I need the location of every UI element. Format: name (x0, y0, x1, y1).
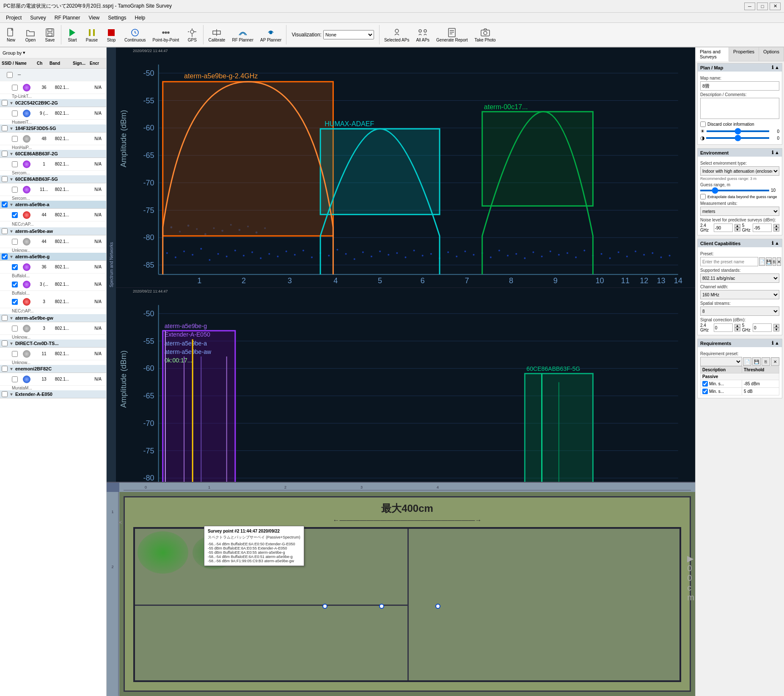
network-group[interactable]: ▼ 0C2C542C2B9C-2G (0, 99, 106, 107)
rf-planner-button[interactable]: RF Planner (229, 24, 256, 46)
point-by-point-button[interactable]: Point-by-Point (150, 24, 182, 46)
network-checkbox[interactable] (12, 299, 18, 305)
menu-item-help[interactable]: Help (131, 14, 150, 22)
measurement-select[interactable]: meters (700, 207, 779, 216)
continuous-button[interactable]: Continuous (121, 24, 149, 46)
list-item[interactable]: 13 802.1... N/A (0, 373, 106, 386)
network-group[interactable]: ▼ aterm-a5e9be-a (0, 201, 106, 209)
req-preset-select[interactable] (700, 357, 742, 366)
channel-width-select[interactable]: 160 MHz (700, 290, 779, 299)
group-checkbox[interactable] (2, 315, 8, 321)
sc-5-up[interactable]: ▲ (773, 324, 779, 328)
network-checkbox[interactable] (12, 85, 18, 91)
save-button[interactable]: Save (41, 24, 59, 46)
stop-button[interactable]: Stop (102, 24, 121, 46)
info-icon[interactable]: ℹ (772, 65, 773, 70)
list-item[interactable]: ─ (0, 69, 106, 81)
maximize-button[interactable]: □ (757, 3, 768, 10)
preset-copy-button[interactable]: ⎘ (773, 257, 776, 266)
list-item[interactable]: 3 802.1... N/A (0, 322, 106, 335)
list-item[interactable]: 44 802.1... N/A (0, 209, 106, 221)
map-content[interactable]: 最大400cm ←————————————————————→ (119, 492, 695, 696)
sc-24-input[interactable] (714, 323, 733, 332)
list-item[interactable]: 48 802.1... N/A (0, 133, 106, 145)
take-photo-button[interactable]: Take Photo (472, 24, 499, 46)
list-item[interactable]: 11 802.1... N/A (0, 348, 106, 360)
network-checkbox[interactable] (12, 351, 18, 357)
tab-properties[interactable]: Properties (729, 47, 759, 61)
network-checkbox[interactable] (12, 264, 18, 270)
sc-5-down[interactable]: ▼ (773, 328, 779, 331)
preset-save-button[interactable]: 💾 (766, 257, 772, 266)
req-file-button[interactable]: 📄 (743, 357, 751, 366)
spatial-streams-select[interactable]: 8 (700, 307, 779, 316)
req-delete-button[interactable]: ✕ (771, 357, 779, 366)
list-item[interactable]: 44 802.1... N/A (0, 235, 106, 248)
survey-point[interactable] (379, 604, 384, 609)
req-save-button[interactable]: 💾 (752, 357, 761, 366)
visualization-select[interactable]: None (323, 30, 374, 39)
env-type-select[interactable]: Indoor with high attenuation (enclosed o… (700, 166, 779, 176)
list-item[interactable]: 36 802.1... N/A (0, 261, 106, 273)
noise-5-up[interactable]: ▲ (773, 224, 779, 228)
guess-range-slider[interactable] (700, 190, 769, 191)
info-icon-2[interactable]: ℹ (772, 150, 773, 155)
list-item[interactable]: 3 (... 802.1... N/A (0, 278, 106, 291)
menu-item-project[interactable]: Project (2, 14, 26, 22)
calibrate-button[interactable]: Calibrate (205, 24, 228, 46)
map-panel[interactable]: 0 1 2 3 4 1 2 最大400cm (107, 482, 695, 696)
network-group[interactable]: ▼ 60CE86ABB63F-2G (0, 150, 106, 158)
network-group[interactable]: ▼ DIRECT-Cm0D-TS... (0, 340, 106, 348)
extrapolate-checkbox[interactable] (700, 194, 706, 199)
network-checkbox[interactable] (12, 326, 18, 331)
network-group[interactable]: ▼ 184F325F3DD5-5G (0, 124, 106, 133)
network-group[interactable]: ▼ enemoni2BF82C (0, 365, 106, 373)
preset-file-button[interactable]: 📄 (759, 257, 765, 266)
group-checkbox[interactable] (2, 391, 8, 397)
network-checkbox[interactable] (12, 136, 18, 142)
close-button[interactable]: ✕ (118, 519, 123, 526)
tab-options[interactable]: Options (759, 47, 784, 61)
network-checkbox[interactable] (12, 161, 18, 167)
group-checkbox[interactable] (2, 254, 8, 260)
start-button[interactable]: Start (63, 24, 82, 46)
sc-24-up[interactable]: ▲ (734, 324, 740, 328)
list-item[interactable]: 36 802.1... N/A (0, 81, 106, 94)
noise-5-input[interactable] (753, 224, 772, 232)
noise-24-up[interactable]: ▲ (734, 224, 740, 228)
spectrum-chart-top[interactable]: 2020/09/22 11:44:47 -50 -55 - (116, 47, 695, 288)
open-button[interactable]: Open (21, 24, 40, 46)
supported-standards-select[interactable]: 802.11 a/b/g/n/ac (700, 273, 779, 283)
selected-aps-button[interactable]: Selected APs (381, 24, 412, 46)
network-checkbox[interactable] (12, 187, 18, 193)
sc-24-down[interactable]: ▼ (734, 328, 740, 331)
req-checkbox-2[interactable] (702, 389, 708, 394)
group-checkbox[interactable] (2, 125, 8, 131)
tab-plans-surveys[interactable]: Plans and Surveys (696, 47, 729, 61)
group-checkbox[interactable] (2, 100, 8, 106)
menu-item-settings[interactable]: Settings (104, 14, 130, 22)
close-button[interactable]: ✕ (770, 3, 781, 10)
list-item[interactable]: 9 (... 802.1... N/A (0, 107, 106, 120)
groupby-button[interactable]: Group by ▾ (3, 50, 25, 55)
pause-button[interactable]: Pause (83, 24, 101, 46)
group-checkbox[interactable] (2, 340, 8, 346)
req-copy-button[interactable]: ⎘ (762, 357, 770, 366)
network-checkbox[interactable] (12, 239, 18, 245)
network-group[interactable]: ▼ 60CE86ABB63F-5G (0, 175, 106, 183)
map-name-input[interactable] (700, 81, 779, 91)
network-checkbox[interactable] (12, 212, 18, 218)
minimize-button[interactable]: ─ (744, 3, 755, 10)
info-icon-4[interactable]: ℹ (772, 340, 773, 346)
description-textarea[interactable] (700, 98, 779, 119)
new-button[interactable]: New (2, 24, 20, 46)
list-item[interactable]: 3 802.1... N/A (0, 296, 106, 308)
network-group[interactable]: ▼ aterm-a5e9be-gw (0, 314, 106, 322)
all-aps-button[interactable]: All APs (413, 24, 432, 46)
group-checkbox[interactable] (2, 366, 8, 372)
network-checkbox[interactable] (12, 282, 18, 287)
noise-24-input[interactable] (714, 224, 733, 232)
menu-item-view[interactable]: View (84, 14, 104, 22)
contrast-slider[interactable] (706, 137, 769, 139)
sc-5-input[interactable] (753, 323, 772, 332)
